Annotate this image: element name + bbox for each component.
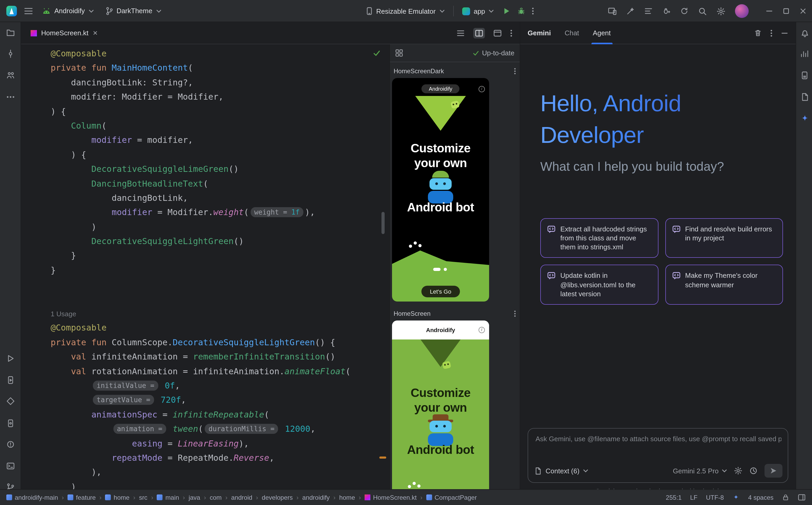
code-line[interactable]: )	[51, 479, 378, 489]
code-line[interactable]: animation = tween(durationMillis = 12000…	[51, 422, 378, 436]
code-line[interactable]: easing = LinearEasing),	[51, 436, 378, 451]
clear-chat-button[interactable]	[754, 29, 762, 37]
editor-tab-homescreen[interactable]: HomeScreen.kt	[24, 22, 104, 44]
encoding-widget[interactable]: UTF-8	[706, 494, 724, 501]
editor-options-kebab-icon[interactable]	[510, 29, 512, 37]
maximize-button[interactable]	[783, 7, 790, 15]
project-folder-button[interactable]	[5, 27, 16, 38]
line-ending-widget[interactable]: LF	[690, 494, 698, 501]
vcs-branch-selector[interactable]: DarkTheme	[103, 4, 163, 17]
code-line[interactable]: Column(	[51, 119, 378, 133]
code-line[interactable]	[51, 278, 378, 292]
code-line[interactable]: )	[51, 219, 378, 234]
project-selector[interactable]: Androidify	[40, 5, 96, 17]
app-insights-button[interactable]	[662, 7, 671, 15]
suggestion-card-theme-warmer[interactable]: Make my Theme's color scheme warmer	[665, 265, 783, 305]
problems-button[interactable]	[5, 439, 16, 450]
breadcrumb-item[interactable]: home	[105, 494, 129, 501]
profiler-tool-button[interactable]	[799, 48, 810, 59]
main-menu-icon[interactable]	[24, 7, 33, 14]
code-line[interactable]: @Composable	[51, 46, 378, 61]
close-button[interactable]	[799, 7, 807, 15]
suggestion-card-update-kotlin[interactable]: Update kotlin in @libs.version.toml to t…	[540, 265, 658, 305]
code-line[interactable]: modifier = modifier,	[51, 133, 378, 148]
hide-panel-button[interactable]	[781, 29, 788, 37]
readonly-lock-icon[interactable]	[782, 493, 789, 501]
more-actions-kebab-icon[interactable]	[532, 7, 534, 15]
code-assist-button[interactable]	[626, 7, 635, 15]
search-button[interactable]	[698, 7, 707, 16]
code-line[interactable]: repeatMode = RepeatMode.Reverse,	[51, 451, 378, 465]
breadcrumb-item[interactable]: androidify-main	[6, 494, 58, 501]
settings-button[interactable]	[716, 7, 725, 16]
code-line[interactable]: 1 Usage	[51, 306, 378, 321]
more-tools-button[interactable]	[5, 92, 16, 102]
caret-position-widget[interactable]: 255:1	[666, 494, 682, 501]
gemini-input[interactable]: Ask Gemini, use @filename to attach sour…	[536, 435, 781, 443]
user-avatar[interactable]	[735, 4, 749, 18]
breadcrumb-item[interactable]: java	[189, 494, 200, 501]
code-view-button[interactable]	[456, 29, 465, 37]
terminal-button[interactable]	[5, 461, 16, 471]
gemini-tool-button[interactable]	[799, 113, 810, 124]
breadcrumb-item[interactable]: home	[339, 494, 355, 501]
code-line[interactable]: modifier: Modifier = Modifier,	[51, 90, 378, 104]
warning-stripe-mark[interactable]	[379, 457, 386, 459]
code-line[interactable]: ) {	[51, 147, 378, 162]
breadcrumb-item[interactable]: CompactPager	[426, 494, 477, 501]
run-button[interactable]	[502, 7, 511, 15]
debug-button[interactable]	[517, 7, 526, 15]
breadcrumb-item[interactable]: com	[210, 494, 222, 501]
inspections-ok-icon[interactable]	[373, 49, 380, 57]
breadcrumb-item[interactable]: feature	[68, 494, 96, 501]
notifications-button[interactable]	[799, 27, 810, 38]
code-line[interactable]: private fun MainHomeContent(	[51, 61, 378, 75]
run-configuration-selector[interactable]: app	[460, 5, 496, 17]
code-editor[interactable]: @Composableprivate fun MainHomeContent( …	[21, 44, 389, 489]
tab-agent[interactable]: Agent	[593, 22, 611, 44]
device-selector[interactable]: Resizable Emulator	[364, 5, 447, 17]
device-manager-button[interactable]	[5, 418, 16, 429]
code-line[interactable]: val rotationAnimation = infiniteAnimatio…	[51, 364, 378, 378]
code-line[interactable]: dancingBotLink,	[51, 191, 378, 205]
model-selector[interactable]: Gemini 2.5 Pro	[673, 467, 727, 475]
breadcrumb-item[interactable]: src	[139, 494, 147, 501]
history-button[interactable]	[749, 467, 758, 475]
code-line[interactable]: modifier = Modifier.weight(weight = 1f),	[51, 205, 378, 220]
suggestion-card-build-errors[interactable]: Find and resolve build errors in my proj…	[665, 218, 783, 258]
tab-chat[interactable]: Chat	[565, 22, 579, 44]
run-tool-button[interactable]	[5, 353, 16, 364]
gemini-settings-button[interactable]	[734, 467, 742, 475]
send-button[interactable]	[765, 464, 783, 478]
code-line[interactable]	[51, 292, 378, 306]
sync-project-button[interactable]	[680, 7, 689, 15]
device-explorer-button[interactable]	[799, 70, 810, 80]
panel-toggle-icon[interactable]	[798, 494, 806, 501]
breadcrumb-item[interactable]: main	[157, 494, 179, 501]
commit-button[interactable]	[5, 48, 16, 59]
gemini-options-kebab-icon[interactable]	[770, 29, 773, 37]
code-line[interactable]: DecorativeSquiggleLimeGreen()	[51, 162, 378, 176]
code-line[interactable]: dancingBotLink: String?,	[51, 75, 378, 90]
breadcrumb-item[interactable]: HomeScreen.kt	[365, 494, 417, 501]
design-view-button[interactable]	[493, 29, 502, 37]
suggestion-card-extract-strings[interactable]: Extract all hardcoded strings from this …	[540, 218, 658, 258]
gemini-input-box[interactable]: Ask Gemini, use @filename to attach sour…	[528, 428, 788, 483]
ai-status-icon[interactable]	[732, 494, 740, 501]
preview-layout-button[interactable]	[395, 49, 403, 57]
code-line[interactable]: private fun ColumnScope.DecorativeSquigg…	[51, 335, 378, 350]
code-line[interactable]: DancingBotHeadlineText(	[51, 176, 378, 191]
split-view-button[interactable]	[473, 28, 485, 38]
logcat-button[interactable]	[799, 92, 810, 102]
code-line[interactable]: DecorativeSquiggleLightGreen()	[51, 234, 378, 248]
code-line[interactable]: }	[51, 263, 378, 278]
breadcrumb-item[interactable]: androidify	[302, 494, 330, 501]
task-list-button[interactable]	[644, 7, 653, 15]
code-line[interactable]: initialValue = 0f,	[51, 378, 378, 393]
preview-options-kebab-icon[interactable]	[514, 310, 516, 317]
editor-scrollbar[interactable]	[381, 212, 385, 234]
preview-options-kebab-icon[interactable]	[514, 67, 516, 75]
running-devices-button[interactable]	[608, 7, 617, 15]
build-variants-button[interactable]	[5, 396, 16, 406]
pull-requests-button[interactable]	[5, 70, 16, 80]
